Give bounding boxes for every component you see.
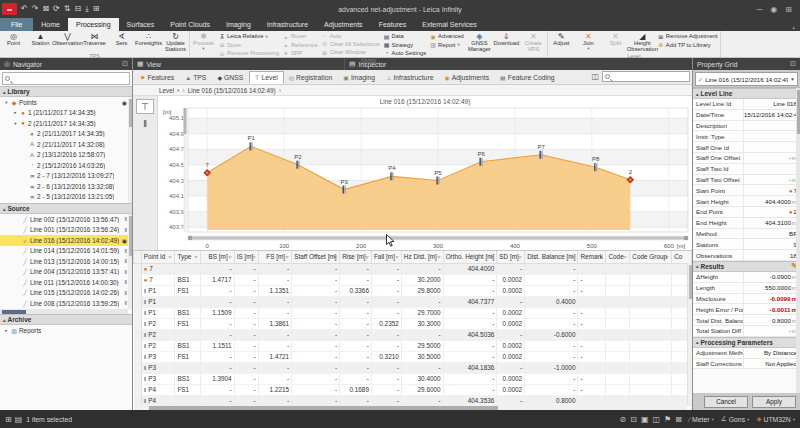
column-header-bs-m[interactable]: BS [m]	[201, 251, 235, 263]
quick-delete-icon[interactable]: ⊠	[42, 4, 49, 14]
level-instrument-tool-button[interactable]: ⊤	[136, 99, 154, 114]
column-header-dist-balance-m[interactable]: Dist. Balance [m]	[525, 251, 578, 263]
prop-value[interactable]: ●2	[744, 208, 800, 215]
prop-value[interactable]: 18	[744, 252, 800, 259]
quick-refresh-icon[interactable]: ⟳	[53, 4, 60, 14]
pin-icon[interactable]: ⊡	[790, 60, 796, 68]
ribbon-tab-features[interactable]: Features	[371, 18, 415, 31]
ribbon-tab-external-services[interactable]: External Services	[414, 18, 484, 31]
ribbon-button-create-vrs[interactable]: ✕ Create VRS	[520, 31, 547, 58]
filter-icon[interactable]	[252, 256, 256, 259]
staff-tool-button[interactable]: ‖	[136, 116, 154, 131]
ribbon-item-leica-relative[interactable]: ⊼Leica Relative▾	[219, 33, 279, 40]
window-control-minimize-icon[interactable]: ─	[757, 5, 763, 14]
prop-value[interactable]: -0.0099m	[744, 295, 800, 302]
filter-icon[interactable]	[333, 256, 337, 259]
table-row-p2-fs1[interactable]: ‖P2FS1--1.3861--0.235230.3000-0.0002--	[134, 318, 692, 329]
prop-value[interactable]: 550.0000m	[744, 284, 800, 291]
filter-icon[interactable]	[194, 256, 198, 259]
ribbon-item-report[interactable]: ▥Report▾	[430, 41, 464, 48]
status-flag-icon[interactable]: ⚑	[664, 415, 671, 424]
tab-feature-coding[interactable]: ▤ Feature Coding	[495, 71, 561, 84]
ribbon-item-remove-adjustment[interactable]: ⊠Remove Adjustment	[658, 33, 718, 40]
breadcrumb-item[interactable]: Line 016 (15/12/2016 14:02:49)	[188, 87, 276, 94]
quick-transfer-icon[interactable]: ⇅	[64, 4, 71, 14]
table-row-p3-result[interactable]: ‖P3-------404.1836--1.0000	[134, 362, 692, 373]
source-item-line-008-15-12-2016-13-59-25[interactable]: ╱ Line 008 (15/12/2016 13:59:25) ‖	[0, 298, 132, 309]
prop-value[interactable]: -m	[744, 154, 800, 161]
library-item-1-21-11-2017-14-34-35[interactable]: ▸ ● 1 (21/11/2017 14:34:35)	[0, 108, 132, 119]
column-header-is-m[interactable]: IS [m]	[234, 251, 258, 263]
filter-icon[interactable]	[571, 256, 575, 259]
ribbon-button-traverse[interactable]: ⋈ Traverse	[81, 31, 108, 53]
prop-value[interactable]: 404.4000m	[744, 198, 800, 205]
source-item-line-011-15-12-2016-14-00-30[interactable]: ╱ Line 011 (15/12/2016 14:00:30) ‖	[0, 277, 132, 288]
tab-infrastructure[interactable]: ⊥ Infrastructure	[381, 71, 439, 84]
column-header-type[interactable]: Type	[175, 251, 201, 263]
window-control-options-icon[interactable]: ◉	[770, 5, 777, 14]
prop-value[interactable]: BF	[744, 230, 800, 237]
source-item-line-014-15-12-2016-14-01-59[interactable]: ╱ Line 014 (15/12/2016 14:01:59) ‖	[0, 246, 132, 257]
quick-archive-icon[interactable]: ⊟	[75, 4, 82, 14]
collapse-ribbon-icon[interactable]: ▴	[792, 24, 795, 30]
prop-value[interactable]: -m	[744, 176, 800, 183]
prop-value[interactable]: 404.3100m	[744, 219, 800, 226]
table-row-p1-result[interactable]: ‖P1-------404.7377-0.4000	[134, 296, 692, 307]
quick-undo-icon[interactable]: ↶	[21, 4, 28, 14]
tab-registration[interactable]: ◎ Registration	[284, 71, 339, 84]
ribbon-tab-home[interactable]: Home	[33, 18, 68, 31]
ribbon-item-auto-settings[interactable]: ◔Auto Settings	[384, 50, 426, 56]
column-header-fs-m[interactable]: FS [m]	[258, 251, 292, 263]
status-grid-icon[interactable]: ⊞	[5, 415, 12, 424]
property-grid-selector[interactable]: ✓ Line 016 (15/12/2016 14:02:49) ▼	[695, 72, 798, 86]
source-item-line-016-15-12-2016-14-02-49[interactable]: ✓ Line 016 (15/12/2016 14:02:49) ◉	[0, 235, 132, 246]
filter-icon[interactable]	[437, 256, 441, 259]
cancel-button[interactable]: Cancel	[704, 396, 748, 408]
ribbon-item-strategy[interactable]: ▦Strategy	[384, 41, 426, 48]
crs-combo[interactable]: ◈ UTM32N ▾	[756, 415, 795, 423]
panel-layout-icon[interactable]: ◫	[591, 72, 599, 81]
ribbon-item-add-tp-to-library[interactable]: ⊕Add TP to Library	[658, 41, 718, 48]
filter-icon[interactable]	[168, 256, 172, 259]
breadcrumb-root[interactable]: Level	[159, 87, 174, 94]
source-item-line-002-15-12-2016-13-56-47[interactable]: ╱ Line 002 (15/12/2016 13:56:47) ‖	[0, 214, 132, 225]
source-item-line-015-15-12-2016-14-02-26[interactable]: ╱ Line 015 (15/12/2016 14:02:26) ‖	[0, 288, 132, 299]
ribbon-item-advanced[interactable]: ◉Advanced	[430, 33, 464, 40]
filter-icon[interactable]	[228, 256, 232, 259]
library-scrollbar[interactable]	[128, 97, 132, 203]
library-item-2-21-11-2017-14-34-35[interactable]: ● 2 (21/11/2017 14:34:35)	[0, 129, 132, 140]
ribbon-item-store[interactable]: ⊞Store	[219, 41, 279, 48]
section-archive[interactable]: ▴ Archive	[0, 314, 132, 325]
ribbon-item-reference[interactable]: ▴Reference	[283, 41, 318, 48]
ribbon-button-sets[interactable]: ∢ Sets	[108, 31, 135, 53]
prop-value[interactable]: 0.8000m	[744, 317, 800, 324]
ribbon-button-download[interactable]: ⇓ Download	[493, 31, 520, 58]
table-row-p2-bs1[interactable]: ‖P2BS11.1511-----29.5000-0.0002--	[134, 340, 692, 351]
table-row-p1-fs1[interactable]: ‖P1FS1--1.1351-0.3366-29.8000-0.0002--	[134, 285, 692, 296]
ribbon-tab-file[interactable]: File	[0, 18, 33, 31]
quick-redo-icon[interactable]: ↷	[32, 4, 39, 14]
ribbon-tab-infrastructure[interactable]: Infrastructure	[259, 18, 316, 31]
status-capture-icon[interactable]: ⊡	[630, 415, 637, 424]
tab-adjustments[interactable]: ◉ Adjustments	[439, 71, 495, 84]
status-list-icon[interactable]: ▤	[15, 415, 23, 424]
inspector-search-input[interactable]	[612, 72, 689, 81]
library-item-points[interactable]: ▾ ◆ Points ◉	[0, 97, 132, 108]
table-row-p1-bs1[interactable]: ‖P1BS11.1509-----29.7000-0.0002--	[134, 307, 692, 318]
prop-value[interactable]: -m	[744, 327, 800, 334]
ribbon-tab-imaging[interactable]: Imaging	[218, 18, 259, 31]
property-grid-scrollbar[interactable]	[796, 88, 800, 393]
ribbon-item-clear-window[interactable]: ⊠Clear Window	[322, 49, 380, 56]
filter-icon[interactable]	[285, 256, 289, 259]
ribbon-button-update-stations[interactable]: ↻ Update Stations	[162, 31, 189, 53]
tab-features[interactable]: ⚑ Features	[135, 71, 180, 84]
quick-export-icon[interactable]: ⤓	[85, 4, 89, 14]
library-item-2-13-12-2016-12-58-07[interactable]: A 2 (13/12/2016 12:58:07)	[0, 150, 132, 161]
apply-button[interactable]: Apply	[752, 396, 796, 408]
window-control-layout-icon[interactable]: ⊞	[785, 5, 792, 14]
column-header-code-group[interactable]: Code Group	[630, 251, 672, 263]
ribbon-button-adjust[interactable]: ✎ Adjust	[548, 31, 575, 53]
expander-icon[interactable]: ▸	[3, 328, 10, 333]
filter-icon[interactable]	[518, 256, 522, 259]
ribbon-button-observation[interactable]: ⋁ Observation	[54, 31, 81, 53]
